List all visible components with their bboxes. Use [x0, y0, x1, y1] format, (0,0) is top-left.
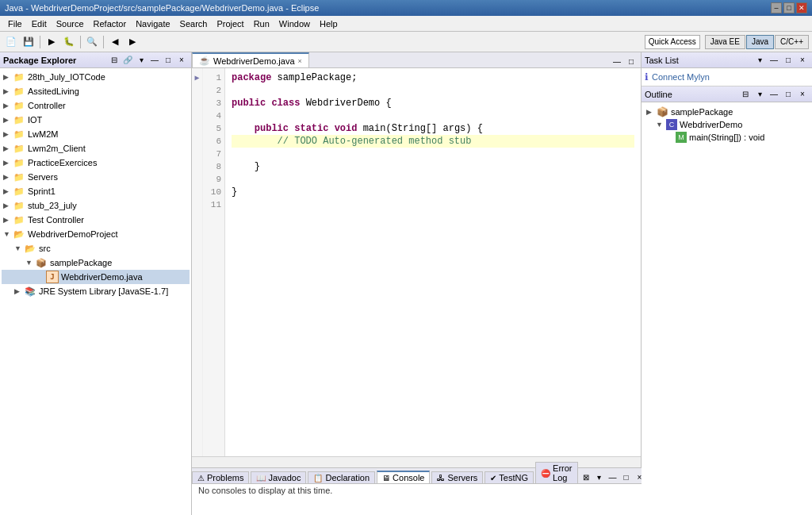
debug-button[interactable]: 🐛 [61, 34, 77, 50]
tree-item[interactable]: ▶📚JRE System Library [JavaSE-1.7] [2, 284, 190, 298]
console-close[interactable]: × [634, 471, 642, 483]
task-list-menu[interactable]: ▾ [753, 54, 766, 67]
menu-item-help[interactable]: Help [315, 17, 343, 30]
tree-item-label: stub_23_july [28, 201, 77, 210]
link-editor-button[interactable]: 🔗 [121, 54, 134, 67]
tree-item-label: LwM2M [28, 129, 59, 139]
perspective-buttons: Java EE Java C/C++ [705, 35, 809, 49]
outline-close[interactable]: × [796, 88, 809, 101]
tree-item[interactable]: ▶📁Lwm2m_Client [2, 141, 190, 156]
next-button[interactable]: ▶ [124, 34, 140, 50]
bottom-tab-javadoc[interactable]: 📖Javadoc [251, 471, 306, 483]
outline-item[interactable]: Mmain(String[]) : void [645, 131, 809, 144]
minimize-panel-button[interactable]: — [148, 54, 161, 67]
tree-item[interactable]: ▼📦samplePackage [2, 256, 190, 270]
minimize-button[interactable]: – [771, 2, 782, 13]
tree-item[interactable]: ▶📁LwM2M [2, 127, 190, 141]
outline-item[interactable]: ▼CWebdriverDemo [645, 118, 809, 131]
bottom-tab-servers[interactable]: 🖧Servers [431, 471, 483, 483]
menu-item-file[interactable]: File [3, 17, 27, 30]
task-list-minimize[interactable]: — [768, 54, 780, 67]
line-number: 6 [206, 135, 221, 148]
outline-menu[interactable]: ▾ [753, 88, 766, 101]
error log-tab-label: Error Log [553, 463, 572, 482]
menu-item-navigate[interactable]: Navigate [131, 17, 174, 30]
bottom-tab-testng[interactable]: ✔TestNG [485, 471, 534, 483]
tree-item[interactable]: ▶📁Test Controller [2, 213, 190, 227]
tree-item[interactable]: JWebdriverDemo.java [2, 270, 190, 284]
editor-minimize[interactable]: — [611, 55, 623, 67]
tree-item[interactable]: ▶📁28th_July_IOTCode [2, 70, 190, 84]
tree-icon: 📁 [13, 156, 25, 169]
close-panel-button[interactable]: × [175, 54, 188, 67]
outline-collapse[interactable]: ⊟ [739, 88, 752, 101]
editor-maximize[interactable]: □ [625, 55, 638, 67]
quick-access-box: Quick Access [645, 35, 700, 49]
outline-label: samplePackage [671, 107, 733, 117]
menu-item-search[interactable]: Search [175, 17, 213, 30]
code-content[interactable]: package samplePackage; public class Webd… [225, 68, 641, 456]
javadoc-tab-icon: 📖 [256, 474, 266, 482]
package-explorer-header: Package Explorer ⊟ 🔗 ▾ — □ × [0, 52, 191, 68]
tree-item-label: PracticeExercices [28, 158, 97, 167]
menu-item-project[interactable]: Project [212, 17, 248, 30]
tree-item[interactable]: ▶📁stub_23_july [2, 198, 190, 213]
outline-label: WebdriverDemo [680, 120, 742, 129]
main-toolbar: 📄 💾 ▶ 🐛 🔍 ◀ ▶ Quick Access Java EE Java … [0, 32, 812, 52]
declaration-tab-icon: 📋 [313, 474, 323, 482]
menu-item-window[interactable]: Window [274, 17, 315, 30]
bottom-tab-error-log[interactable]: ⛔Error Log [535, 462, 577, 483]
perspective-java-ee[interactable]: Java EE [705, 35, 745, 49]
bottom-tab-problems[interactable]: ⚠Problems [192, 471, 249, 483]
bottom-tab-console[interactable]: 🖥Console [377, 471, 430, 483]
line-number: 9 [206, 173, 221, 186]
perspective-cpp[interactable]: C/C++ [775, 35, 809, 49]
task-list-close[interactable]: × [796, 54, 809, 67]
tree-item[interactable]: ▶📁AssitedLiving [2, 84, 190, 98]
tree-icon: J [46, 271, 59, 283]
tree-item[interactable]: ▶📁PracticeExercices [2, 156, 190, 170]
menu-item-source[interactable]: Source [52, 17, 89, 30]
line-number: 10 [206, 186, 221, 198]
editor-tab-active[interactable]: ☕ WebdriverDemo.java × [192, 52, 309, 67]
console-clear-button[interactable]: ⊠ [580, 471, 592, 483]
outline-maximize[interactable]: □ [782, 88, 795, 101]
tree-item[interactable]: ▼📂src [2, 241, 190, 256]
tree-item[interactable]: ▶📁IOT [2, 113, 190, 127]
outline-item[interactable]: ▶📦samplePackage [645, 106, 809, 118]
console-menu-button[interactable]: ▾ [593, 471, 606, 483]
save-button[interactable]: 💾 [21, 34, 36, 50]
console-minimize[interactable]: — [607, 471, 619, 483]
tree-item[interactable]: ▶📁Servers [2, 170, 190, 184]
prev-button[interactable]: ◀ [107, 34, 123, 50]
outline-toolbar: ⊟ ▾ — □ × [739, 88, 809, 101]
maximize-button[interactable]: □ [783, 2, 795, 13]
right-panel: Task List ▾ — □ × ℹ Connect Mylyn Outlin… [642, 52, 812, 515]
outline-tree: ▶📦samplePackage▼CWebdriverDemo Mmain(Str… [642, 102, 812, 515]
editor-tab-close[interactable]: × [298, 57, 302, 65]
run-button[interactable]: ▶ [44, 34, 59, 50]
task-list-maximize[interactable]: □ [782, 54, 795, 67]
panel-menu-button[interactable]: ▾ [135, 54, 147, 67]
tree-item[interactable]: ▶📁Sprint1 [2, 184, 190, 198]
new-button[interactable]: 📄 [3, 34, 19, 50]
close-button[interactable]: ✕ [796, 2, 807, 13]
collapse-all-button[interactable]: ⊟ [108, 54, 121, 67]
tree-arrow: ▶ [3, 144, 13, 152]
maximize-panel-button[interactable]: □ [162, 54, 174, 67]
search-button[interactable]: 🔍 [84, 34, 100, 50]
console-maximize[interactable]: □ [620, 471, 633, 483]
tree-icon: 📁 [13, 213, 25, 226]
title-bar-buttons: – □ ✕ [771, 2, 807, 13]
bottom-tab-declaration[interactable]: 📋Declaration [308, 471, 375, 483]
menu-item-refactor[interactable]: Refactor [89, 17, 132, 30]
connect-mylyn[interactable]: ℹ Connect Mylyn [642, 68, 812, 86]
code-editor[interactable]: ▶ 1234567891011 package samplePackage; p… [192, 68, 641, 456]
line-number: 8 [206, 160, 221, 173]
tree-item[interactable]: ▼📂WebdriverDemoProject [2, 227, 190, 241]
outline-minimize[interactable]: — [768, 88, 780, 101]
menu-item-run[interactable]: Run [249, 17, 274, 30]
menu-item-edit[interactable]: Edit [27, 17, 52, 30]
perspective-java[interactable]: Java [746, 35, 774, 49]
tree-item[interactable]: ▶📁Controller [2, 98, 190, 113]
